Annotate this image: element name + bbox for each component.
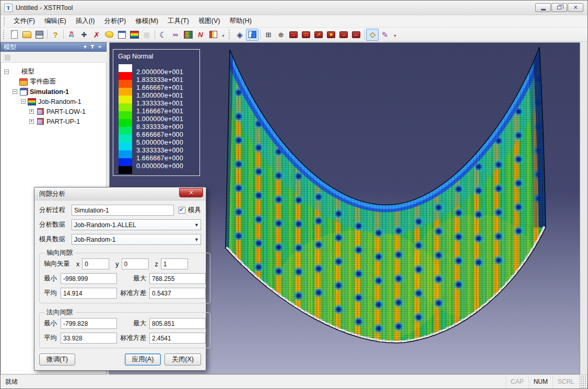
menu-analysis[interactable]: 分析(P) [99, 15, 131, 27]
axial-mean-input[interactable] [61, 288, 117, 299]
menubar-grip[interactable] [4, 17, 6, 26]
minimize-button[interactable] [535, 3, 551, 12]
tree-item-part-low-1[interactable]: +PART-LOW-1 [1, 107, 106, 116]
close-button[interactable]: ✕ [568, 3, 583, 12]
view-front-button[interactable]: □ [300, 29, 312, 41]
tree-item-part-surface[interactable]: 零件曲面 [1, 77, 106, 87]
view-rotate-button[interactable]: ← [350, 29, 362, 41]
toolbar-separator [63, 30, 64, 39]
render-style-button[interactable]: ✎ [379, 29, 391, 41]
menu-file[interactable]: 文件(F) [9, 15, 40, 27]
help-button[interactable]: ? [49, 29, 62, 41]
menu-edit[interactable]: 编辑(E) [40, 15, 71, 27]
legend-swatch [119, 158, 132, 166]
tree-item-job-random-1[interactable]: −Job-Random-1 [1, 97, 106, 107]
shaded-view-button[interactable] [246, 29, 258, 41]
analysis-data-label: 分析数据 [39, 220, 72, 229]
surface-patch-button[interactable] [103, 29, 115, 41]
normal-min-input[interactable] [61, 318, 117, 329]
status-num: NUM [528, 375, 552, 388]
wireframe-view-button[interactable]: ◈ [233, 29, 246, 41]
tree-expander-icon[interactable]: + [29, 119, 34, 124]
dialog-titlebar[interactable]: 间隙分析 ✕ [34, 187, 206, 201]
vector-y-input[interactable] [122, 258, 149, 269]
section-moon-button[interactable]: ☾ [157, 29, 169, 41]
chevron-down-icon[interactable]: ▼ [81, 44, 89, 50]
simulation-form-button[interactable] [115, 29, 128, 41]
axial-max-input[interactable] [149, 273, 206, 284]
axial-min-input[interactable] [61, 273, 117, 284]
toolbar-overflow-icon[interactable]: ▾ [220, 29, 226, 40]
dropdown-arrow-icon: ▼ [194, 222, 199, 228]
dialog-close-button[interactable]: ✕ [179, 188, 203, 197]
tree-item-part-up-1[interactable]: +PART-UP-1 [1, 116, 106, 126]
delete-modify-button[interactable]: ✗ [90, 29, 103, 41]
legend-swatch [119, 127, 132, 135]
status-scrl: SCRL [552, 375, 579, 388]
process-input[interactable] [72, 205, 174, 216]
tree-item-simulation-1[interactable]: −Simulation-1 [1, 87, 106, 97]
view-glasses-button[interactable]: ∞ [169, 29, 182, 41]
view-right-button[interactable]: ↗ [312, 29, 325, 41]
mold-building-button: ▦ [140, 29, 153, 41]
menu-mold-repair[interactable]: 修模(M) [131, 15, 163, 27]
legend-swatch [119, 150, 132, 158]
restore-button[interactable] [551, 3, 567, 12]
view-back-button[interactable]: ■ [325, 29, 337, 41]
view-left-button[interactable]: → [337, 29, 350, 41]
mesh-contour-button[interactable] [182, 29, 194, 41]
fine-tune-button[interactable]: 微调(T) [39, 353, 75, 366]
analysis-data-select[interactable]: Job-Random-1.ALLEL ▼ [72, 219, 201, 230]
mold-data-select[interactable]: Job-Random-1 ▼ [72, 234, 201, 245]
help-icon: ? [51, 30, 61, 40]
zoom-window-button[interactable]: ⊕ [275, 29, 287, 41]
legend-value: 1.500000e+001 [136, 92, 183, 100]
x-label: x [76, 261, 79, 268]
view-glasses-icon: ∞ [171, 30, 181, 40]
normal-std-input[interactable] [149, 333, 206, 344]
vector-z-input[interactable] [161, 258, 188, 269]
menu-help[interactable]: 帮助(H) [225, 15, 256, 27]
tree-expander-icon[interactable]: + [29, 109, 34, 114]
titlebar[interactable]: T Untitled - XSTRTool ✕ [1, 1, 587, 15]
tree-expander-icon[interactable]: − [13, 89, 17, 94]
open-file-button[interactable] [20, 29, 33, 41]
model-panel-titlebar[interactable]: 模型 ▼ ✕ [1, 42, 107, 52]
resize-grip[interactable] [579, 375, 587, 388]
tree-expander-icon[interactable]: − [21, 99, 26, 104]
view-top-button[interactable]: ↓ [287, 29, 300, 41]
vector-x-input[interactable] [82, 258, 109, 269]
close-dialog-button[interactable]: 关闭(X) [164, 353, 201, 366]
apply-button[interactable]: 应用(A) [125, 353, 161, 366]
fit-all-button[interactable]: ⊞ [262, 29, 275, 41]
panel-close-icon[interactable]: ✕ [96, 44, 103, 50]
report-table-button[interactable] [207, 29, 219, 41]
menu-tools[interactable]: 工具(T) [163, 15, 194, 27]
axial-group-title: 轴向间隙 [45, 249, 74, 257]
legend-value: 1.666667e+001 [136, 84, 183, 92]
view-top-icon: ↓ [289, 31, 298, 38]
menu-insert[interactable]: 插入(I) [71, 15, 100, 27]
save-button[interactable] [33, 29, 45, 41]
menu-view[interactable]: 视图(V) [194, 15, 225, 27]
tree-item-model-root[interactable]: −模型 [1, 67, 106, 77]
curve-plot-button[interactable]: N [194, 29, 207, 41]
normal-max-input[interactable] [149, 318, 206, 329]
pan-move-icon: ✚ [79, 30, 89, 40]
pan-move-button[interactable]: ✚ [78, 29, 90, 41]
node-pick-button[interactable]: ◇ [366, 29, 379, 41]
toolbar-grip[interactable] [229, 30, 231, 39]
view-front-icon: □ [302, 31, 310, 38]
toolbar-overflow-icon[interactable]: ▾ [392, 29, 398, 40]
normal-max-label: 最大 [117, 319, 149, 328]
toolbar-grip[interactable] [3, 30, 5, 39]
axial-std-input[interactable] [149, 288, 206, 299]
normal-mean-input[interactable] [61, 333, 117, 344]
pin-icon[interactable] [89, 44, 96, 50]
tree-expander-icon[interactable]: − [4, 69, 9, 74]
axial-mean-label: 平均 [44, 289, 61, 298]
mold-checkbox[interactable] [179, 207, 185, 214]
new-document-button[interactable] [8, 29, 20, 41]
job-results-button[interactable] [128, 29, 140, 41]
info-probe-button[interactable] [65, 29, 78, 41]
